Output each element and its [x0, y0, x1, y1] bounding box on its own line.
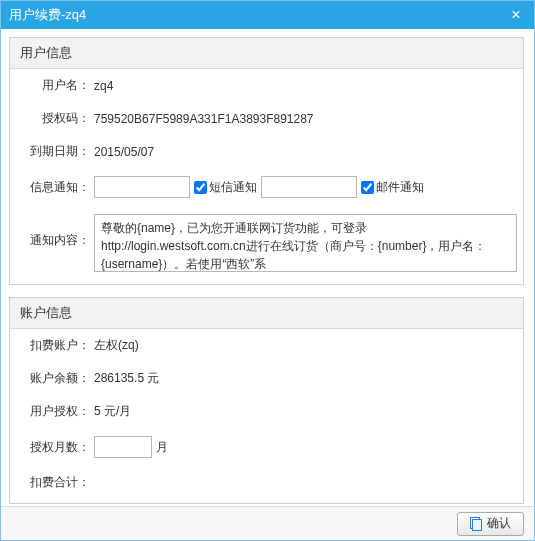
renew-dialog: 用户续费-zq4 × 用户信息 用户名： zq4 授权码： 759520B67F…: [0, 0, 535, 541]
sms-checkbox-label: 短信通知: [209, 179, 257, 196]
notify-content-textarea[interactable]: [94, 214, 517, 272]
balance-label: 账户余额：: [16, 370, 94, 387]
authcode-value: 759520B67F5989A331F1A3893F891287: [94, 112, 314, 126]
dialog-footer: 确认: [1, 506, 534, 540]
row-expiry: 到期日期： 2015/05/07: [10, 135, 523, 168]
dialog-body: 用户信息 用户名： zq4 授权码： 759520B67F5989A331F1A…: [1, 29, 534, 504]
email-checkbox-wrap[interactable]: 邮件通知: [361, 179, 424, 196]
row-authcode: 授权码： 759520B67F5989A331F1A3893F891287: [10, 102, 523, 135]
sms-input[interactable]: [94, 176, 190, 198]
row-username: 用户名： zq4: [10, 69, 523, 102]
months-input[interactable]: [94, 436, 152, 458]
auth-price-value: 5 元/月: [94, 403, 131, 420]
row-notify: 信息通知： 短信通知 邮件通知: [10, 168, 523, 206]
user-info-panel: 用户信息 用户名： zq4 授权码： 759520B67F5989A331F1A…: [9, 37, 524, 285]
row-months: 授权月数： 月: [10, 428, 523, 466]
confirm-button[interactable]: 确认: [457, 512, 524, 536]
titlebar: 用户续费-zq4 ×: [1, 1, 534, 29]
account-info-title: 账户信息: [10, 298, 523, 329]
expiry-label: 到期日期：: [16, 143, 94, 160]
sms-checkbox[interactable]: [194, 181, 207, 194]
sms-checkbox-wrap[interactable]: 短信通知: [194, 179, 257, 196]
expiry-value: 2015/05/07: [94, 145, 154, 159]
notify-label: 信息通知：: [16, 179, 94, 196]
dialog-title: 用户续费-zq4: [9, 6, 86, 24]
confirm-button-label: 确认: [487, 515, 511, 532]
content-label: 通知内容：: [16, 214, 94, 249]
row-balance: 账户余额： 286135.5 元: [10, 362, 523, 395]
row-auth-price: 用户授权： 5 元/月: [10, 395, 523, 428]
email-checkbox-label: 邮件通知: [376, 179, 424, 196]
authcode-label: 授权码：: [16, 110, 94, 127]
deduct-account-label: 扣费账户：: [16, 337, 94, 354]
auth-price-label: 用户授权：: [16, 403, 94, 420]
months-unit: 月: [156, 439, 168, 456]
row-deduct-account: 扣费账户： 左权(zq): [10, 329, 523, 362]
deduct-account-value: 左权(zq): [94, 337, 139, 354]
account-info-panel: 账户信息 扣费账户： 左权(zq) 账户余额： 286135.5 元 用户授权：…: [9, 297, 524, 504]
email-input[interactable]: [261, 176, 357, 198]
email-checkbox[interactable]: [361, 181, 374, 194]
user-info-title: 用户信息: [10, 38, 523, 69]
close-icon[interactable]: ×: [506, 5, 526, 25]
months-label: 授权月数：: [16, 439, 94, 456]
row-content: 通知内容：: [10, 206, 523, 280]
username-value: zq4: [94, 79, 113, 93]
username-label: 用户名：: [16, 77, 94, 94]
balance-value: 286135.5 元: [94, 370, 159, 387]
row-total: 扣费合计：: [10, 466, 523, 499]
confirm-icon: [470, 517, 482, 531]
total-label: 扣费合计：: [16, 474, 94, 491]
